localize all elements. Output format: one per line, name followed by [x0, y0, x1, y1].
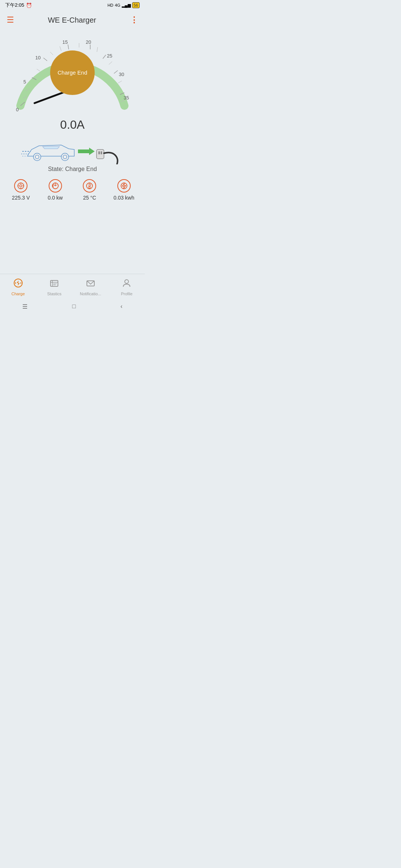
- svg-line-23: [109, 62, 112, 65]
- energy-icon: [117, 179, 131, 193]
- status-bar: 下午2:05 ⏰ HD 4G ▂▄▆ 56: [0, 0, 145, 10]
- svg-text:35: 35: [124, 95, 129, 101]
- svg-text:10: 10: [35, 55, 40, 60]
- svg-point-62: [125, 280, 128, 283]
- android-back-btn[interactable]: ‹: [120, 303, 122, 310]
- nav-charge[interactable]: Charge: [0, 278, 36, 296]
- metric-temp: 25 °C: [72, 179, 107, 201]
- svg-marker-53: [122, 183, 126, 188]
- gauge-container: 0 5 10 15 20 25 30 35: [9, 33, 136, 115]
- svg-line-12: [114, 70, 118, 73]
- state-label: State: Charge End: [48, 166, 97, 172]
- svg-text:5: 5: [23, 79, 26, 85]
- battery-level: 56: [132, 2, 140, 8]
- notifications-nav-label: Notificatio...: [80, 292, 101, 296]
- temp-icon: [83, 179, 96, 193]
- car-illustration: [20, 135, 124, 164]
- svg-text:30: 30: [119, 72, 124, 77]
- menu-icon[interactable]: ☰: [7, 15, 14, 25]
- power-icon: [49, 179, 62, 193]
- more-options-icon[interactable]: ⋮: [130, 15, 138, 25]
- alarm-icon: ⏰: [26, 3, 32, 8]
- top-bar: ☰ WE E-Charger ⋮: [0, 10, 145, 30]
- svg-line-19: [50, 52, 53, 55]
- charge-end-button[interactable]: Charge End: [50, 50, 95, 95]
- stastics-nav-icon: [49, 278, 59, 290]
- profile-nav-label: Profile: [121, 292, 133, 296]
- svg-point-28: [33, 153, 41, 161]
- svg-line-24: [118, 81, 122, 83]
- charge-end-label: Charge End: [58, 69, 87, 76]
- charge-nav-icon: [13, 278, 23, 290]
- bottom-nav: Charge Stastics Notificatio...: [0, 274, 145, 300]
- svg-line-22: [97, 47, 98, 52]
- android-menu-btn[interactable]: ☰: [22, 303, 27, 310]
- svg-line-4: [43, 58, 47, 61]
- status-right: HD 4G ▂▄▆ 56: [107, 2, 140, 8]
- voltage-icon: [14, 179, 27, 193]
- power-value: 0.0 kw: [48, 195, 63, 201]
- charge-nav-label: Charge: [12, 292, 25, 296]
- gauge-section: 0 5 10 15 20 25 30 35: [0, 30, 145, 172]
- android-home-btn[interactable]: □: [72, 303, 76, 310]
- svg-rect-38: [101, 151, 102, 154]
- svg-rect-56: [50, 280, 58, 286]
- svg-marker-55: [17, 280, 20, 286]
- stastics-nav-label: Stastics: [47, 292, 62, 296]
- metric-energy: 0.03 kwh: [107, 179, 141, 201]
- app-title: WE E-Charger: [48, 16, 96, 24]
- gauge-value: 0.0A: [60, 118, 85, 132]
- svg-line-18: [37, 69, 40, 71]
- notifications-nav-icon: [86, 278, 95, 290]
- svg-line-20: [60, 46, 61, 51]
- profile-nav-icon: [122, 278, 131, 290]
- signal-label: 4G: [115, 3, 120, 7]
- svg-rect-37: [98, 151, 100, 154]
- svg-text:0: 0: [16, 107, 19, 112]
- metric-power: 0.0 kw: [38, 179, 73, 201]
- svg-text:25: 25: [107, 53, 112, 59]
- nav-notifications[interactable]: Notificatio...: [72, 278, 109, 296]
- android-nav-bar: ☰ □ ‹: [0, 300, 145, 313]
- svg-line-10: [103, 55, 106, 59]
- temp-value: 25 °C: [83, 195, 96, 201]
- nav-profile[interactable]: Profile: [109, 278, 145, 296]
- status-time: 下午2:05: [5, 2, 24, 9]
- svg-line-6: [68, 45, 69, 49]
- svg-point-49: [89, 187, 91, 188]
- status-left: 下午2:05 ⏰: [5, 2, 32, 9]
- svg-text:20: 20: [86, 39, 91, 45]
- energy-value: 0.03 kwh: [114, 195, 134, 201]
- metrics-row: 225.3 V 0.0 kw 25 °C: [0, 172, 145, 204]
- svg-rect-36: [97, 149, 104, 159]
- signal-bars: ▂▄▆: [122, 3, 131, 8]
- svg-point-40: [20, 185, 22, 187]
- svg-marker-35: [78, 148, 95, 155]
- voltage-value: 225.3 V: [12, 195, 30, 201]
- hd-label: HD: [107, 3, 113, 7]
- nav-stastics[interactable]: Stastics: [36, 278, 73, 296]
- svg-point-30: [61, 153, 69, 161]
- metric-voltage: 225.3 V: [4, 179, 38, 201]
- svg-text:15: 15: [62, 39, 68, 45]
